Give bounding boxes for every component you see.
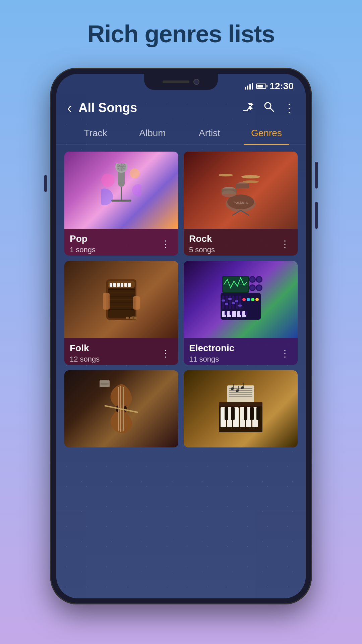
svg-rect-107 [231,407,235,420]
volume-down-button[interactable] [315,202,318,229]
genre-electronic-footer: Electronic 11 songs ⋮ [184,338,298,365]
screen-content: ‹ All Songs [56,94,306,598]
tab-album[interactable]: Album [124,122,181,145]
genre-pop-name: Pop [70,233,96,244]
svg-point-117 [231,387,234,390]
app-header: ‹ All Songs [56,94,306,122]
genre-rock-menu[interactable]: ⋮ [278,237,292,251]
svg-rect-67 [239,296,241,309]
genre-rock-name: Rock [189,233,215,244]
signal-icon [245,83,253,90]
svg-rect-62 [222,296,224,309]
tabs-row: Track Album Artist Genres [56,122,306,145]
svg-point-14 [132,184,141,196]
genre-card-folk[interactable]: Folk 12 songs ⋮ [64,261,178,365]
genre-folk-info: Folk 12 songs [70,343,100,364]
svg-point-46 [130,317,133,319]
header-title: All Songs [78,101,235,115]
tab-genres[interactable]: Genres [238,122,295,145]
svg-rect-86 [245,311,247,315]
svg-rect-73 [238,305,242,307]
genre-rock-info: Rock 5 songs [189,233,215,254]
phone-notch [144,74,218,90]
genres-grid: Pop 1 songs ⋮ [56,145,306,454]
svg-rect-84 [230,311,232,315]
svg-rect-68 [222,300,225,302]
phone-frame: 12:30 ‹ All Songs [50,68,312,604]
tab-track[interactable]: Track [67,122,124,145]
svg-rect-123 [219,402,262,406]
svg-point-57 [257,277,261,282]
svg-point-47 [134,317,137,319]
genre-electronic-menu[interactable]: ⋮ [278,346,292,360]
genre-folk-songs: 12 songs [70,355,100,364]
svg-rect-49 [133,296,140,310]
svg-point-59 [250,285,255,290]
genre-card-classical[interactable] [64,370,178,447]
svg-rect-85 [240,311,242,315]
more-menu-icon[interactable]: ⋮ [284,101,295,115]
svg-point-88 [124,406,127,412]
genre-rock-songs: 5 songs [189,246,215,254]
genre-folk-image [64,261,178,338]
svg-rect-110 [256,407,260,420]
svg-rect-71 [232,302,235,304]
svg-point-22 [219,174,233,176]
notch-speaker [163,80,189,83]
page-title: Rich genres lists [87,20,275,48]
svg-rect-63 [226,296,228,309]
svg-rect-24 [236,183,249,188]
genre-electronic-name: Electronic [189,343,234,354]
genre-folk-menu[interactable]: ⋮ [158,346,173,360]
svg-rect-109 [250,407,254,420]
back-button[interactable]: ‹ [67,101,72,115]
genre-card-rock[interactable]: YAMAHA Rock 5 songs ⋮ [184,152,298,256]
tab-artist[interactable]: Artist [181,122,238,145]
status-time: 12:30 [269,81,294,92]
svg-point-20 [241,175,260,178]
svg-rect-70 [228,298,232,300]
genre-pop-info: Pop 1 songs [70,233,96,254]
svg-rect-80 [232,311,236,317]
genre-card-electronic[interactable]: Electronic 11 songs ⋮ [184,261,298,365]
genre-pop-footer: Pop 1 songs ⋮ [64,229,178,256]
svg-rect-32 [113,283,116,287]
notch-camera [193,79,199,85]
svg-point-13 [101,189,113,205]
svg-rect-10 [111,200,131,202]
svg-rect-34 [121,283,123,287]
svg-rect-9 [121,187,122,200]
svg-line-1 [270,108,274,111]
genre-card-piano[interactable] [184,370,298,447]
svg-rect-83 [225,311,227,315]
shuffle-icon[interactable] [242,101,254,114]
genre-pop-image [64,152,178,229]
status-icons: 12:30 [245,81,294,92]
phone-body: 12:30 ‹ All Songs [50,68,312,604]
svg-text:YAMAHA: YAMAHA [234,201,248,205]
genre-folk-footer: Folk 12 songs ⋮ [64,338,178,365]
genre-electronic-songs: 11 songs [189,355,234,364]
svg-point-19 [222,191,236,197]
volume-up-button[interactable] [315,162,318,189]
svg-point-11 [101,173,115,187]
phone-screen: 12:30 ‹ All Songs [56,74,306,598]
genre-electronic-image [184,261,298,338]
svg-point-121 [241,386,244,389]
svg-rect-95 [100,380,110,387]
svg-point-75 [247,298,250,301]
battery-fill [257,85,262,88]
svg-point-76 [251,298,254,301]
search-icon[interactable] [263,101,274,115]
genre-rock-image: YAMAHA [184,152,298,229]
svg-rect-33 [117,283,120,287]
svg-rect-36 [128,283,131,287]
power-button[interactable] [44,175,47,192]
svg-point-77 [255,298,259,301]
genre-pop-menu[interactable]: ⋮ [158,237,173,251]
svg-rect-69 [225,303,228,305]
svg-point-61 [257,285,261,290]
genre-card-pop[interactable]: Pop 1 songs ⋮ [64,152,178,256]
battery-icon [256,84,266,89]
svg-rect-64 [229,296,231,309]
